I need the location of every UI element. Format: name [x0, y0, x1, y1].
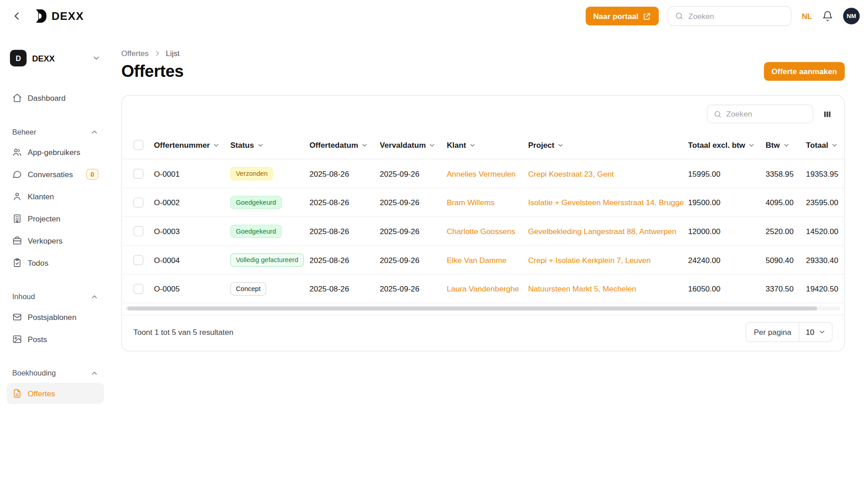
per-page-label: Per pagina: [746, 323, 799, 342]
per-page-control: Per pagina 10: [745, 322, 833, 342]
breadcrumb-lijst: Lijst: [166, 49, 179, 58]
sidebar-item-label: Verkopers: [28, 236, 62, 245]
chevron-down-icon: [92, 54, 101, 63]
section-label: Beheer: [12, 127, 36, 136]
global-search-input[interactable]: [688, 12, 784, 21]
sidebar-item-verkopers[interactable]: Verkopers: [7, 230, 104, 251]
sidebar-item-label: Offertes: [28, 389, 55, 398]
columns-icon: [822, 109, 832, 119]
sidebar-item-projecten[interactable]: Projecten: [7, 208, 104, 229]
notifications-button[interactable]: [820, 8, 835, 23]
table-search-input[interactable]: [726, 109, 807, 118]
client-link[interactable]: Laura Vandenberghe: [447, 284, 519, 293]
cell-select: [122, 159, 149, 188]
project-link[interactable]: Gevelbekleding Langestraat 88, Antwerpen: [528, 226, 676, 235]
cell-offer-number: O-0004: [150, 245, 226, 274]
select-all-checkbox[interactable]: [133, 140, 143, 150]
breadcrumb-offertes[interactable]: Offertes: [121, 49, 149, 58]
column-header-offertenummer[interactable]: Offertenummer: [150, 132, 226, 159]
sidebar-item-klanten[interactable]: Klanten: [7, 186, 104, 207]
project-link[interactable]: Crepi Koestraat 23, Gent: [528, 169, 614, 178]
cell-offer-date: 2025-08-26: [305, 245, 376, 274]
user-avatar[interactable]: NM: [843, 8, 860, 24]
client-link[interactable]: Elke Van Damme: [447, 255, 506, 264]
project-link[interactable]: Isolatie + Gevelsteen Meersstraat 14, Br…: [528, 198, 684, 207]
column-header-status[interactable]: Status: [226, 132, 305, 159]
status-badge: Goedgekeurd: [230, 225, 282, 238]
project-link[interactable]: Natuursteen Markt 5, Mechelen: [528, 284, 636, 293]
sidebar-item-dashboard[interactable]: Dashboard: [7, 87, 104, 108]
table-row[interactable]: O-0003 Goedgekeurd 2025-08-26 2025-09-26…: [122, 216, 844, 245]
portal-button[interactable]: Naar portaal: [585, 7, 659, 26]
sort-chevron-icon: [257, 141, 264, 149]
sidebar-item-offertes[interactable]: Offertes: [7, 383, 104, 404]
sidebar-item-postsjablonen[interactable]: Postsjablonen: [7, 306, 104, 328]
page-title: Offertes: [121, 62, 184, 81]
row-checkbox[interactable]: [133, 226, 143, 236]
cell-select: [122, 245, 149, 274]
cell-total-excl: 12000.00: [684, 216, 761, 245]
sort-chevron-icon: [429, 141, 436, 149]
column-header-totaal-excl-btw[interactable]: Totaal excl. btw: [684, 132, 761, 159]
cell-total: 23595.00: [802, 188, 845, 217]
cell-select: [122, 274, 149, 303]
sidebar-section-beheer[interactable]: Beheer: [7, 123, 104, 141]
results-count: Toont 1 tot 5 van 5 resultaten: [133, 328, 233, 337]
client-link[interactable]: Charlotte Goossens: [447, 226, 515, 235]
cell-expiry-date: 2025-09-26: [375, 216, 442, 245]
column-header-btw[interactable]: Btw: [761, 132, 802, 159]
back-button[interactable]: [8, 8, 25, 24]
sidebar-item-app-gebruikers[interactable]: App-gebruikers: [7, 141, 104, 163]
sidebar-section-boekhouding[interactable]: Boekhouding: [7, 364, 104, 382]
document-icon: [12, 389, 22, 399]
table-row[interactable]: O-0004 Volledig gefactureerd 2025-08-26 …: [122, 245, 844, 274]
sidebar-item-label: Postsjablonen: [28, 313, 76, 322]
per-page-select[interactable]: 10: [799, 323, 832, 342]
workspace-avatar: D: [10, 50, 27, 66]
section-label: Inhoud: [12, 292, 35, 301]
cell-project: Gevelbekleding Langestraat 88, Antwerpen: [524, 216, 684, 245]
bell-icon: [822, 10, 833, 21]
row-checkbox[interactable]: [133, 169, 143, 179]
horizontal-scrollbar-thumb[interactable]: [127, 306, 817, 310]
column-header-project[interactable]: Project: [524, 132, 684, 159]
cell-vat: 4095.00: [761, 188, 802, 217]
chat-icon: [12, 169, 22, 179]
brand-logo[interactable]: DEXX: [34, 9, 84, 23]
sidebar-section-inhoud[interactable]: Inhoud: [7, 288, 104, 305]
cell-status: Verzonden: [226, 159, 305, 188]
column-settings-button[interactable]: [819, 106, 835, 122]
cell-offer-date: 2025-08-26: [305, 274, 376, 303]
create-offer-button[interactable]: Offerte aanmaken: [764, 62, 844, 81]
cell-total: 29330.40: [802, 245, 845, 274]
column-header-totaal[interactable]: Totaal: [802, 132, 845, 159]
sidebar-item-label: Dashboard: [28, 94, 66, 103]
row-checkbox[interactable]: [133, 284, 143, 294]
table-row[interactable]: O-0001 Verzonden 2025-08-26 2025-09-26 A…: [122, 159, 844, 188]
column-header-vervaldatum[interactable]: Vervaldatum: [375, 132, 442, 159]
building-icon: [12, 214, 22, 224]
workspace-selector[interactable]: D DEXX: [7, 47, 104, 69]
sort-chevron-icon: [361, 141, 368, 149]
column-header-offertedatum[interactable]: Offertedatum: [305, 132, 376, 159]
per-page-value: 10: [806, 328, 814, 337]
cell-total-excl: 16050.00: [684, 274, 761, 303]
column-header-klant[interactable]: Klant: [442, 132, 524, 159]
sidebar-item-posts[interactable]: Posts: [7, 329, 104, 350]
cell-vat: 5090.40: [761, 245, 802, 274]
client-link[interactable]: Bram Willems: [447, 198, 495, 207]
topbar: DEXX Naar portaal NL NM: [0, 0, 868, 32]
sidebar-item-label: Projecten: [28, 214, 60, 223]
project-link[interactable]: Crepi + Isolatie Kerkplein 7, Leuven: [528, 255, 651, 264]
cell-total-excl: 15995.00: [684, 159, 761, 188]
sidebar-item-todos[interactable]: Todos: [7, 252, 104, 273]
row-checkbox[interactable]: [133, 255, 143, 265]
status-badge: Goedgekeurd: [230, 196, 282, 209]
sidebar-item-conversaties[interactable]: Conversaties 0: [7, 164, 104, 185]
language-selector[interactable]: NL: [802, 12, 812, 21]
table-row[interactable]: O-0002 Goedgekeurd 2025-08-26 2025-09-26…: [122, 188, 844, 217]
table-row[interactable]: O-0005 Concept 2025-08-26 2025-09-26 Lau…: [122, 274, 844, 303]
row-checkbox[interactable]: [133, 197, 143, 207]
cell-expiry-date: 2025-09-26: [375, 245, 442, 274]
client-link[interactable]: Annelies Vermeulen: [447, 169, 515, 178]
